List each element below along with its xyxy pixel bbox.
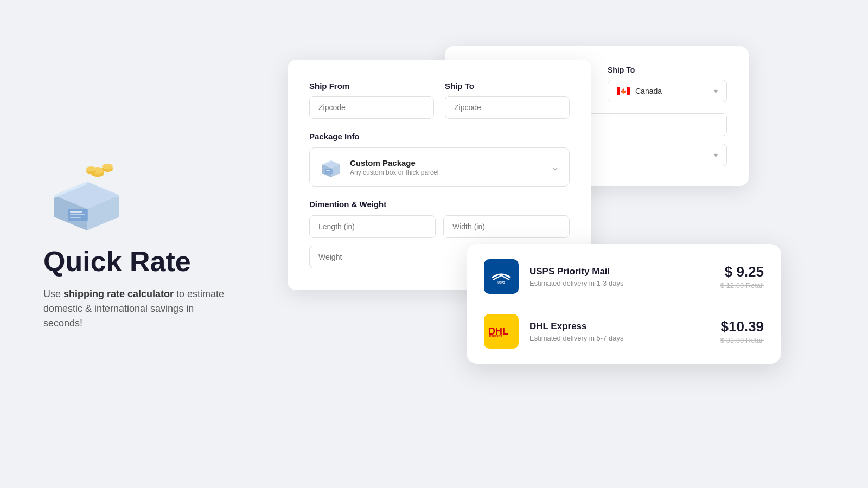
usps-logo: USPS [484, 259, 519, 294]
form-ship-to-label: Ship To [445, 81, 570, 91]
usps-price: $ 9.25 [720, 264, 764, 280]
dim-row [309, 215, 570, 238]
svg-text:EXPRESS: EXPRESS [489, 335, 502, 337]
svg-rect-6 [70, 211, 82, 213]
page-title: Quick Rate [43, 246, 228, 277]
dhl-info: DHL Express Estimated delivery in 5-7 da… [529, 321, 720, 342]
package-icon [320, 156, 342, 178]
main-container: Quick Rate Use shipping rate calculator … [22, 16, 846, 472]
form-ship-to: Ship To [445, 81, 570, 119]
form-ship-from-label: Ship From [309, 81, 434, 91]
dhl-logo: DHL EXPRESS [484, 314, 519, 349]
package-dropdown[interactable]: Custom Package Any custom box or thick p… [309, 147, 570, 187]
to-country-dropdown[interactable]: 🍁 Canada ▾ [608, 80, 727, 102]
usps-info: USPS Priority Mail Estimated delivery in… [529, 266, 720, 287]
state-chevron-icon: ▾ [714, 151, 718, 159]
to-country-chevron-icon: ▾ [714, 87, 718, 95]
form-ship-from: Ship From [309, 81, 434, 119]
dhl-price: $10.39 [720, 318, 764, 335]
ship-row: Ship From Ship To [309, 81, 570, 119]
svg-text:USPS: USPS [497, 281, 505, 284]
svg-rect-7 [70, 214, 85, 215]
usps-carrier-name: USPS Priority Mail [529, 266, 720, 277]
to-country-name: Canada [635, 87, 662, 95]
usps-pricing: $ 9.25 $ 12.60 Retail [720, 264, 764, 290]
hero-illustration [43, 157, 130, 233]
package-info-text: Custom Package Any custom box or thick p… [350, 158, 438, 176]
hero-section: Quick Rate Use shipping rate calculator … [22, 125, 250, 363]
dhl-delivery: Estimated delivery in 5-7 days [529, 334, 720, 342]
package-section: Package Info Custom Package Any custom b… [309, 132, 570, 187]
hero-subtitle: Use shipping rate calculator to estimate… [43, 287, 228, 331]
usps-retail: $ 12.60 Retail [720, 281, 764, 290]
package-name: Custom Package [350, 158, 438, 168]
usps-delivery: Estimated delivery in 1-3 days [529, 279, 720, 287]
dimensions-label: Dimention & Weight [309, 200, 570, 209]
width-col [443, 215, 570, 238]
width-input[interactable] [443, 215, 570, 238]
svg-rect-24 [326, 170, 330, 171]
package-desc: Any custom box or thick parcel [350, 169, 438, 176]
dhl-carrier-name: DHL Express [529, 321, 720, 332]
ca-flag-icon: 🍁 [617, 87, 630, 95]
package-chevron-icon: ⌄ [551, 161, 559, 173]
svg-rect-8 [70, 217, 81, 218]
zipcode-from-input[interactable] [309, 96, 434, 119]
zipcode-to-input[interactable] [445, 96, 570, 119]
dhl-retail: $ 31.30 Retail [720, 336, 764, 344]
package-section-label: Package Info [309, 132, 570, 141]
rate-item-dhl: DHL EXPRESS DHL Express Estimated delive… [484, 304, 764, 349]
svg-rect-23 [325, 169, 333, 174]
ship-to-col: Ship To 🍁 Canada ▾ [608, 66, 727, 102]
rate-item-usps: USPS USPS Priority Mail Estimated delive… [484, 259, 764, 304]
svg-point-14 [102, 164, 113, 169]
back-ship-to-label: Ship To [608, 66, 727, 74]
length-col [309, 215, 436, 238]
dhl-pricing: $10.39 $ 31.30 Retail [720, 318, 764, 344]
svg-rect-25 [326, 172, 331, 173]
svg-point-17 [86, 166, 96, 171]
rates-card: USPS USPS Priority Mail Estimated delive… [467, 244, 781, 364]
length-input[interactable] [309, 215, 436, 238]
